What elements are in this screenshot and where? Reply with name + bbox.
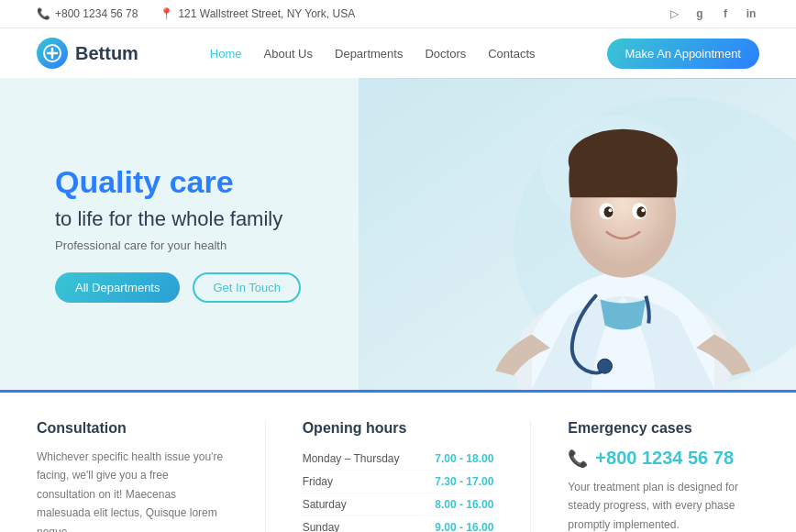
hero-content: Quality care to life for the whole famil… (0, 165, 356, 302)
hours-row: Monday – Thursday 7.00 - 18.00 (303, 448, 494, 471)
nav-departments[interactable]: Departments (335, 47, 403, 61)
top-phone: 📞 +800 1234 56 78 (37, 7, 138, 20)
doctor-image-area (359, 78, 796, 390)
top-address-text: 121 Wallstreet Street, NY York, USA (178, 7, 355, 20)
hero-buttons: All Departments Get In Touch (55, 272, 301, 303)
all-departments-button[interactable]: All Departments (55, 272, 180, 303)
hours-day: Sunday (303, 521, 340, 532)
svg-point-12 (608, 208, 612, 212)
svg-point-13 (641, 208, 645, 212)
hero-description: Professional care for your health (55, 238, 301, 252)
hours-day: Friday (303, 475, 333, 488)
google-icon[interactable]: g (691, 6, 708, 22)
navbar: Bettum Home About Us Departments Doctors… (0, 28, 796, 78)
hours-rows: Monday – Thursday 7.00 - 18.00 Friday 7.… (303, 448, 494, 532)
svg-point-10 (603, 206, 613, 217)
nav-home[interactable]: Home (210, 47, 242, 61)
nav-links: Home About Us Departments Doctors Contac… (210, 47, 536, 61)
top-bar-contacts: 📞 +800 1234 56 78 📍 121 Wallstreet Stree… (37, 7, 355, 20)
doctor-photo (359, 78, 796, 390)
svg-point-7 (603, 131, 643, 159)
consultation-card: Consultation Whichever specific health i… (37, 420, 228, 532)
emergency-text: Your treatment plan is designed for stea… (568, 478, 759, 532)
logo-text: Bettum (75, 43, 138, 64)
consultation-title: Consultation (37, 420, 228, 437)
linkedin-icon[interactable]: in (743, 6, 759, 22)
top-address: 📍 121 Wallstreet Street, NY York, USA (160, 7, 355, 20)
svg-point-14 (597, 359, 612, 373)
divider-2 (530, 420, 531, 532)
hours-time: 7.00 - 18.00 (435, 452, 493, 465)
hero-section: Quality care to life for the whole famil… (0, 78, 796, 390)
social-icons: ▷ g f in (666, 6, 759, 22)
hours-row: Sunday 9.00 - 16.00 (303, 516, 494, 532)
facebook-icon[interactable]: f (717, 6, 734, 22)
svg-point-11 (636, 206, 646, 217)
emergency-title: Emergency cases (568, 420, 759, 437)
hours-time: 7.30 - 17.00 (435, 475, 493, 488)
phone-icon: 📞 (37, 7, 50, 20)
instagram-icon[interactable]: ▷ (666, 6, 682, 22)
hours-row: Friday 7.30 - 17.00 (303, 471, 494, 493)
opening-hours-card: Opening hours Monday – Thursday 7.00 - 1… (303, 420, 494, 532)
nav-about[interactable]: About Us (264, 47, 313, 61)
nav-contacts[interactable]: Contacts (488, 47, 535, 61)
hours-row: Saturday 8.00 - 16.00 (303, 493, 494, 516)
appointment-button[interactable]: Make An Appointment (607, 39, 759, 69)
hero-title-sub: to life for the whole family (55, 207, 301, 231)
top-phone-number: +800 1234 56 78 (55, 7, 138, 20)
logo-svg (43, 44, 61, 62)
emergency-phone: 📞 +800 1234 56 78 (568, 448, 759, 469)
map-pin-icon: 📍 (160, 7, 173, 20)
top-bar: 📞 +800 1234 56 78 📍 121 Wallstreet Stree… (0, 0, 796, 28)
hours-time: 9.00 - 16.00 (435, 521, 493, 532)
phone-call-icon: 📞 (568, 449, 588, 469)
hours-day: Monday – Thursday (303, 452, 400, 465)
doctor-illustration (359, 78, 796, 390)
logo: Bettum (37, 38, 138, 69)
hours-time: 8.00 - 16.00 (435, 498, 493, 511)
hours-day: Saturday (303, 498, 347, 511)
nav-doctors[interactable]: Doctors (425, 47, 466, 61)
emergency-card: Emergency cases 📞 +800 1234 56 78 Your t… (568, 420, 759, 532)
logo-icon (37, 38, 68, 69)
opening-hours-title: Opening hours (303, 420, 494, 437)
divider-1 (265, 420, 266, 532)
get-in-touch-button[interactable]: Get In Touch (193, 272, 300, 303)
hero-title-main: Quality care (55, 165, 301, 199)
emergency-phone-number: +800 1234 56 78 (595, 448, 734, 469)
bottom-cards: Consultation Whichever specific health i… (0, 390, 796, 532)
consultation-text: Whichever specific health issue you're f… (37, 448, 228, 532)
